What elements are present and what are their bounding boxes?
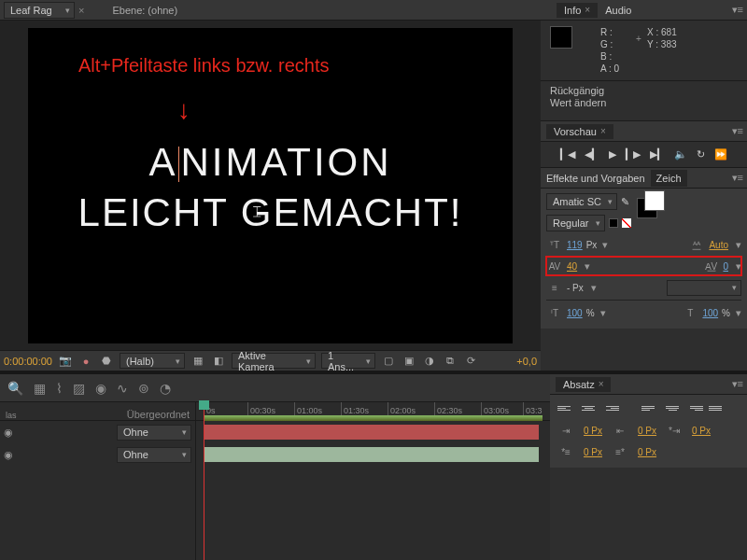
camera-dropdown[interactable]: Aktive Kamera (232, 353, 316, 369)
size-dropdown-icon[interactable]: ▾ (602, 239, 608, 251)
justify-left-icon[interactable] (641, 400, 658, 415)
grid-icon[interactable]: ▦ (190, 354, 205, 369)
play-icon[interactable]: ▶ (609, 148, 616, 161)
composition-stage[interactable]: Alt+Pfeiltaste links bzw. rechts ↓ AANIM… (28, 28, 513, 343)
timeline-layer-row[interactable]: ◉ Ohne (0, 421, 195, 443)
panel-menu-icon[interactable]: ▾≡ (728, 378, 743, 389)
parent-dropdown[interactable]: Ohne (117, 425, 191, 441)
tl-frameblend-icon[interactable]: ▨ (73, 381, 85, 396)
info-x: X : 681 (647, 26, 677, 38)
indent-right-icon: ⇤ (612, 426, 628, 436)
info-a: A : 0 (600, 63, 619, 75)
tab-audio[interactable]: Audio (598, 3, 639, 18)
vscale-value[interactable]: 100 (567, 308, 583, 318)
panel-menu-icon[interactable]: ▾≡ (728, 172, 743, 183)
info-b: B : (600, 50, 619, 63)
toggle-5-icon[interactable]: ⟳ (463, 354, 478, 369)
align-right-icon[interactable] (602, 400, 619, 415)
loop-icon[interactable]: ↻ (697, 148, 705, 161)
leading-value[interactable]: Auto (709, 240, 728, 250)
justify-right-icon[interactable] (686, 400, 703, 415)
tab-info[interactable]: Info× (557, 3, 598, 18)
justify-center-icon[interactable] (664, 400, 681, 415)
channel-icon[interactable]: ● (78, 354, 93, 369)
align-left-icon[interactable] (557, 400, 574, 415)
prev-frame-icon[interactable]: ◀▎ (585, 148, 599, 161)
ram-preview-icon[interactable]: ⏩ (714, 148, 727, 161)
panel-menu-icon[interactable]: ▾≡ (728, 4, 743, 15)
next-frame-icon[interactable]: ▎▶ (626, 148, 641, 161)
views-dropdown[interactable]: 1 Ans... (321, 353, 375, 369)
align-center-icon[interactable] (580, 400, 597, 415)
tab-close-icon[interactable]: × (78, 5, 84, 16)
magnification-dropdown[interactable]: (Halb) (120, 353, 185, 369)
space-before-value[interactable]: 0 Px (584, 447, 602, 457)
stage-line-1: AANIMATIONNIMATION (28, 140, 513, 185)
layer-bar[interactable] (204, 425, 539, 440)
indent-first-value[interactable]: 0 Px (692, 426, 711, 436)
mini-swatch-black[interactable] (609, 218, 618, 228)
tab-character[interactable]: Zeich (651, 170, 687, 187)
snapshot-icon[interactable]: 📷 (58, 354, 73, 369)
tl-autokey-icon[interactable]: ◔ (160, 381, 171, 396)
justify-all-icon[interactable] (709, 400, 726, 415)
visibility-icon[interactable]: ◉ (4, 427, 15, 439)
tl-graph-icon[interactable]: ∿ (117, 381, 128, 396)
tl-brainstorm-icon[interactable]: ⊚ (138, 381, 149, 396)
color-mgmt-icon[interactable]: ⬣ (99, 354, 114, 369)
stage-text-layer[interactable]: AANIMATIONNIMATION LEICHT GEMACHT! (28, 140, 513, 235)
parent-dropdown[interactable]: Ohne (117, 447, 191, 463)
close-icon[interactable]: × (599, 379, 604, 389)
color-swatches[interactable] (633, 190, 667, 220)
comp-tab-dropdown[interactable]: Leaf Rag (4, 2, 75, 19)
eyedropper-icon[interactable]: ✎ (621, 196, 629, 208)
toggle-4-icon[interactable]: ⧉ (443, 354, 458, 369)
tracking-dropdown-icon[interactable]: ▾ (736, 260, 741, 273)
hscale-value[interactable]: 100 (702, 308, 718, 318)
stroke-style-dropdown[interactable] (667, 280, 741, 296)
tl-shy-icon[interactable]: ⌇ (56, 381, 63, 396)
info-y: Y : 383 (647, 38, 677, 50)
tab-paragraph[interactable]: Absatz× (556, 377, 611, 392)
current-timecode[interactable]: 0:00:00:00 (4, 356, 52, 367)
exposure-value[interactable]: +0,0 (516, 356, 537, 367)
tl-search-icon[interactable]: 🔍 (7, 381, 23, 396)
font-family-dropdown[interactable]: Amatic SC (546, 193, 617, 210)
toggle-1-icon[interactable]: ▢ (381, 354, 396, 369)
leading-dropdown-icon[interactable]: ▾ (736, 239, 741, 251)
kerning-value[interactable]: 40 (567, 261, 577, 272)
font-size-value[interactable]: 119 (567, 240, 583, 250)
tab-preview[interactable]: Vorschau× (546, 124, 613, 139)
visibility-icon[interactable]: ◉ (4, 449, 15, 461)
crosshair-icon: + (636, 33, 641, 45)
first-frame-icon[interactable]: ▎◀ (560, 148, 575, 161)
tracking-value[interactable]: 0 (723, 261, 728, 272)
tl-comp-mini-icon[interactable]: ▦ (34, 381, 46, 396)
last-frame-icon[interactable]: ▶▎ (650, 148, 665, 161)
space-after-value[interactable]: 0 Px (638, 447, 656, 457)
close-icon[interactable]: × (600, 126, 606, 136)
mini-swatch-none[interactable] (622, 218, 631, 228)
font-style-dropdown[interactable]: Regular (546, 215, 605, 231)
indent-right-value[interactable]: 0 Px (638, 426, 656, 436)
kerning-dropdown-icon[interactable]: ▾ (585, 260, 590, 273)
panel-menu-icon[interactable]: ▾≡ (728, 125, 743, 136)
toggle-3-icon[interactable]: ◑ (422, 354, 437, 369)
undo-action: Wert ändern (550, 97, 738, 109)
text-cursor-icon: ⌶ (253, 203, 261, 218)
mask-toggle-icon[interactable]: ◧ (211, 354, 226, 369)
tl-motionblur-icon[interactable]: ◉ (95, 381, 106, 396)
close-icon[interactable]: × (585, 5, 590, 15)
stroke-value[interactable]: - Px (567, 283, 584, 293)
timeline-layer-row[interactable]: ◉ Ohne (0, 443, 195, 466)
font-size-icon: ⁠ᵀT (546, 240, 563, 250)
indent-first-icon: *⇥ (666, 426, 683, 436)
layer-bar[interactable] (204, 447, 539, 462)
tab-effects-presets[interactable]: Effekte und Vorgaben (541, 170, 651, 187)
space-before-icon: *≡ (557, 447, 574, 457)
audio-icon[interactable]: 🔈 (674, 148, 687, 161)
indent-left-value[interactable]: 0 Px (584, 426, 602, 436)
playhead[interactable] (204, 402, 204, 560)
toggle-2-icon[interactable]: ▣ (402, 354, 416, 369)
stroke-dropdown-icon[interactable]: ▾ (591, 282, 597, 294)
